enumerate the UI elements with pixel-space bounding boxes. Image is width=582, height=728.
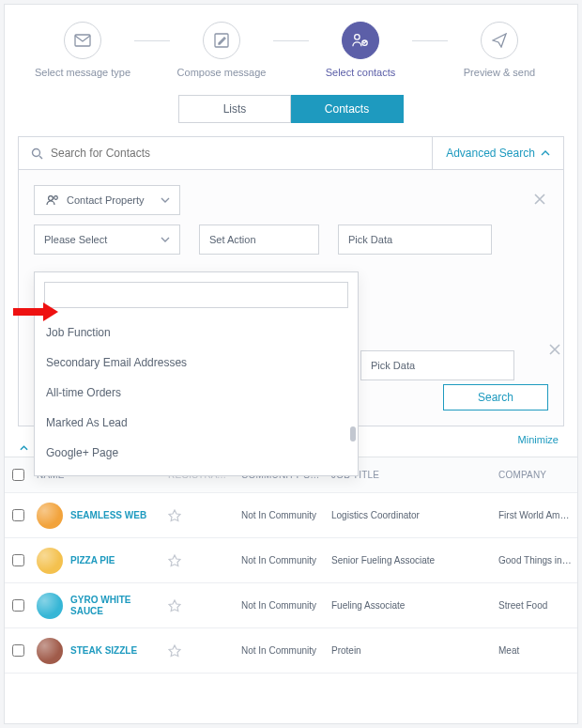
job-title: Protein (326, 645, 493, 656)
community-status: Not In Community (236, 600, 326, 611)
svg-point-6 (54, 196, 58, 200)
table-row[interactable]: GYRO WHITE SAUCENot In CommunityFueling … (5, 583, 577, 628)
registration-icon (168, 644, 230, 658)
row-checkbox[interactable] (12, 644, 24, 657)
tabs: Lists Contacts (5, 95, 577, 123)
registration-icon (168, 554, 230, 567)
select-label: Please Select (44, 234, 107, 245)
row-checkbox[interactable] (12, 599, 24, 612)
field-label: Pick Data (348, 234, 392, 245)
avatar (37, 503, 63, 529)
remove-criteria-button[interactable] (533, 193, 546, 206)
registration-icon (168, 509, 230, 522)
step-connector (412, 40, 448, 41)
company: Good Things in Life (493, 555, 577, 565)
scrollbar-thumb[interactable] (350, 426, 356, 441)
table-row[interactable]: STEAK SIZZLENot In CommunityProteinMeat (5, 628, 577, 674)
company: First World Amenities (493, 510, 577, 520)
job-title: Senior Fueling Associate (326, 555, 493, 565)
dropdown-option[interactable]: Google+ Page (35, 438, 358, 468)
chevron-up-icon (541, 150, 550, 156)
contact-property-select[interactable]: Contact Property (34, 185, 180, 215)
chevron-down-icon (161, 237, 170, 242)
tab-lists[interactable]: Lists (178, 95, 291, 123)
field-label: Pick Data (371, 360, 415, 371)
dropdown-search-input[interactable] (44, 282, 348, 308)
svg-point-4 (32, 148, 39, 156)
set-action-field[interactable]: Set Action (199, 225, 319, 255)
chevron-down-icon (161, 197, 170, 203)
advanced-search-label: Advanced Search (446, 147, 535, 160)
remove-criteria-button-2[interactable] (548, 343, 561, 356)
job-title: Logistics Coordinator (326, 510, 493, 520)
pick-data-field-2[interactable]: Pick Data (360, 350, 514, 380)
step-label: Compose message (177, 67, 267, 78)
company: Street Food (493, 600, 577, 611)
field-label: Set Action (209, 234, 256, 245)
contact-name-link[interactable]: PIZZA PIE (70, 555, 115, 566)
row-checkbox[interactable] (12, 554, 24, 566)
search-input[interactable] (51, 147, 422, 160)
company: Meat (493, 645, 577, 656)
dropdown-option[interactable]: Job Function (35, 318, 358, 348)
job-title: Fueling Associate (326, 600, 493, 611)
select-label: Contact Property (67, 194, 145, 206)
avatar (37, 548, 63, 574)
select-all-checkbox[interactable] (12, 469, 24, 481)
stepper: Select message type Compose message Sele… (5, 5, 577, 87)
avatar (37, 638, 63, 664)
dropdown-option[interactable]: Secondary Email Addresses (35, 348, 358, 378)
step-preview-send[interactable]: Preview & send (448, 22, 551, 78)
row-checkbox[interactable] (12, 509, 24, 521)
svg-point-5 (49, 196, 54, 201)
envelope-icon (74, 32, 91, 49)
contact-name-link[interactable]: STEAK SIZZLE (70, 645, 137, 657)
step-connector (273, 40, 309, 41)
property-dropdown: Job Function Secondary Email Addresses A… (34, 271, 359, 476)
step-message-type[interactable]: Select message type (31, 22, 134, 78)
step-select-contacts[interactable]: Select contacts (309, 22, 412, 78)
search-icon (28, 145, 45, 162)
community-status: Not In Community (236, 645, 326, 656)
compose-icon (213, 32, 230, 49)
search-row: Advanced Search (18, 136, 564, 170)
criteria-panel: Contact Property Please Select Set Actio… (18, 170, 564, 426)
step-label: Select message type (35, 67, 130, 78)
contacts-table: NAME REGISTRATIONS COMMUNITY STATUS JOB … (5, 457, 577, 674)
callout-arrow (13, 302, 58, 321)
svg-point-2 (355, 35, 360, 39)
contact-name-link[interactable]: GYRO WHITE SAUCE (70, 595, 157, 617)
pick-data-field[interactable]: Pick Data (338, 225, 492, 255)
registration-icon (168, 599, 230, 612)
table-row[interactable]: PIZZA PIENot In CommunitySenior Fueling … (5, 538, 577, 583)
contact-name-link[interactable]: SEAMLESS WEB (70, 510, 146, 521)
community-status: Not In Community (236, 510, 326, 520)
svg-rect-0 (75, 35, 90, 46)
dropdown-search (35, 272, 358, 318)
community-status: Not In Community (236, 555, 326, 565)
dropdown-option[interactable]: Marked As Lead (35, 408, 358, 438)
send-icon (491, 32, 508, 49)
step-connector (134, 40, 170, 41)
tab-contacts[interactable]: Contacts (291, 95, 404, 123)
criteria-block-1: Contact Property Please Select Set Actio… (34, 185, 548, 255)
please-select-dropdown[interactable]: Please Select (34, 225, 180, 255)
search-box (19, 137, 432, 169)
col-company[interactable]: COMPANY (493, 470, 577, 480)
search-button[interactable]: Search (443, 384, 548, 410)
table-row[interactable]: SEAMLESS WEBNot In CommunityLogistics Co… (5, 493, 577, 538)
contacts-icon (352, 32, 369, 49)
dropdown-option[interactable]: All-time Orders (35, 378, 358, 408)
avatar (37, 593, 63, 619)
step-compose[interactable]: Compose message (170, 22, 273, 78)
step-label: Select contacts (326, 67, 396, 78)
dropdown-option[interactable]: Industry (35, 468, 358, 475)
person-icon (44, 192, 61, 209)
advanced-search-toggle[interactable]: Advanced Search (432, 137, 563, 169)
step-label: Preview & send (464, 67, 535, 78)
